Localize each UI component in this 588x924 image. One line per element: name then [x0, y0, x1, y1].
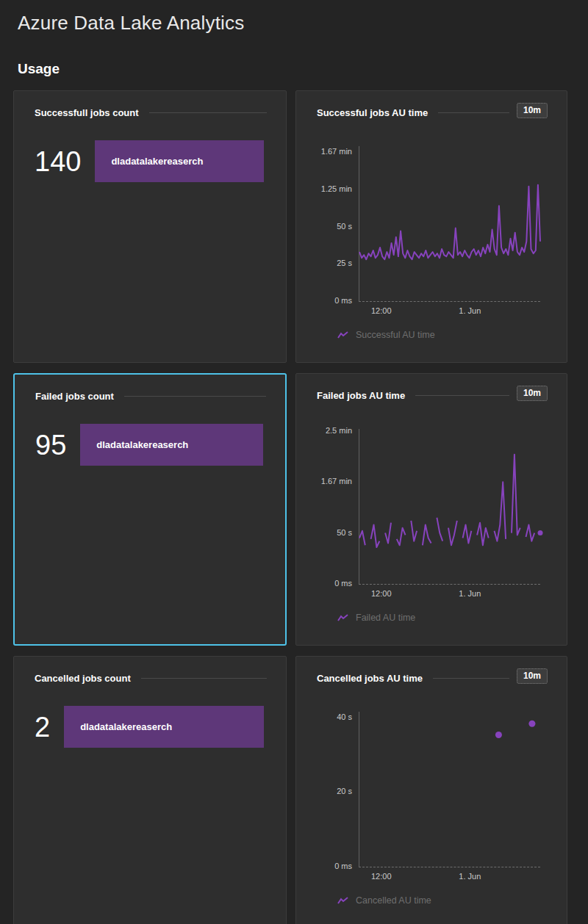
y-axis-tick-label: 50 s: [296, 222, 352, 231]
chart-plot-area: [359, 712, 540, 867]
y-axis-tick-label: 1.67 min: [296, 477, 352, 486]
section-title: Usage: [18, 61, 60, 77]
tile-grid: Successfull jobs count 140 dladatalakere…: [13, 90, 567, 924]
y-axis-tick-label: 0 ms: [296, 862, 352, 870]
au-time-chart: 0 ms50 s1.67 min2.5 min12:001. Jun: [296, 374, 567, 645]
tile-title: Successfull jobs count: [35, 107, 139, 118]
tile-failed-au-time[interactable]: Failed jobs AU time 10m 0 ms50 s1.67 min…: [295, 373, 567, 646]
y-axis-tick-label: 25 s: [296, 259, 352, 267]
x-axis-tick-label: 1. Jun: [440, 306, 499, 315]
legend-label: Cancelled AU time: [356, 895, 431, 906]
x-axis-tick-label: 1. Jun: [440, 589, 499, 598]
count-row: 95 dladatalakereaserch: [15, 424, 285, 466]
y-axis-tick-label: 20 s: [296, 787, 352, 795]
chart-legend: Failed AU time: [337, 613, 415, 623]
tile-cancelled-jobs-count[interactable]: Cancelled jobs count 2 dladatalakereaser…: [13, 656, 287, 924]
resource-name: dladatalakereaserch: [111, 156, 203, 167]
x-axis-tick-label: 1. Jun: [440, 872, 499, 881]
x-axis-tick-label: 12:00: [352, 589, 411, 598]
tile-failed-jobs-count[interactable]: Failed jobs count 95 dladatalakereaserch: [13, 373, 287, 646]
chart-legend: Successful AU time: [337, 330, 435, 340]
tile-header: Cancelled jobs count: [14, 657, 286, 684]
resource-name: dladatalakereaserch: [80, 721, 172, 732]
chart-plot-area: [359, 146, 540, 302]
count-value: 140: [35, 148, 81, 176]
chart-legend: Cancelled AU time: [337, 895, 431, 906]
count-row: 140 dladatalakereaserch: [14, 140, 286, 182]
tile-successful-au-time[interactable]: Successful jobs AU time 10m 0 ms25 s50 s…: [295, 90, 567, 363]
count-value: 2: [35, 713, 50, 741]
tile-title: Cancelled jobs count: [35, 673, 131, 684]
y-axis-tick-label: 1.67 min: [296, 147, 352, 156]
chart-plot-area: [359, 429, 540, 585]
title-divider: [149, 112, 267, 113]
resource-name: dladatalakereaserch: [96, 439, 188, 450]
title-divider: [124, 396, 266, 397]
y-axis-tick-label: 2.5 min: [296, 426, 352, 435]
count-row: 2 dladatalakereaserch: [14, 706, 286, 748]
legend-line-icon: [337, 614, 349, 622]
page-title: Azure Data Lake Analytics: [18, 12, 245, 35]
y-axis-tick-label: 0 ms: [296, 296, 352, 305]
au-time-chart: 0 ms20 s40 s12:001. Jun: [296, 657, 567, 924]
legend-line-icon: [337, 897, 349, 905]
resource-usage-bar[interactable]: dladatalakereaserch: [80, 424, 263, 466]
title-divider: [141, 678, 267, 679]
legend-label: Failed AU time: [356, 613, 415, 623]
tile-header: Failed jobs count: [15, 375, 285, 402]
tile-cancelled-au-time[interactable]: Cancelled jobs AU time 10m 0 ms20 s40 s1…: [295, 656, 567, 924]
tile-successful-jobs-count[interactable]: Successfull jobs count 140 dladatalakere…: [13, 90, 287, 363]
y-axis-tick-label: 50 s: [296, 528, 352, 537]
count-value: 95: [35, 431, 66, 459]
y-axis-tick-label: 40 s: [296, 712, 352, 721]
legend-label: Successful AU time: [356, 330, 435, 340]
legend-line-icon: [337, 331, 349, 339]
y-axis-tick-label: 0 ms: [296, 579, 352, 588]
tile-title: Failed jobs count: [35, 391, 114, 402]
resource-usage-bar[interactable]: dladatalakereaserch: [64, 706, 264, 748]
au-time-chart: 0 ms25 s50 s1.25 min1.67 min12:001. Jun: [296, 91, 567, 362]
x-axis-tick-label: 12:00: [352, 306, 411, 315]
y-axis-tick-label: 1.25 min: [296, 184, 352, 193]
tile-header: Successfull jobs count: [14, 91, 286, 118]
x-axis-tick-label: 12:00: [352, 872, 411, 881]
resource-usage-bar[interactable]: dladatalakereaserch: [95, 140, 264, 182]
